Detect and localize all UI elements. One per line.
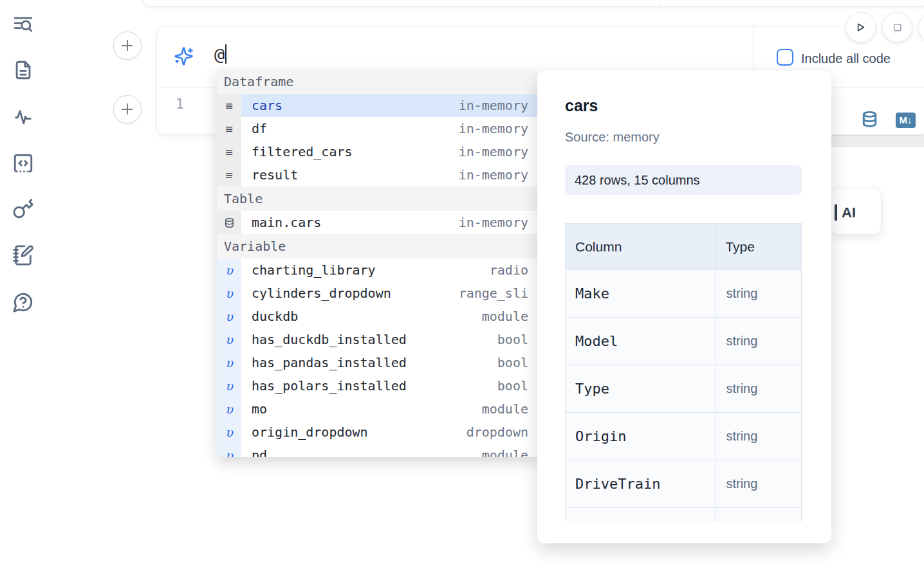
schema-column-name: DriveTrain (566, 460, 716, 508)
item-name: has_duckdb_installed (252, 332, 407, 347)
clipped-letter (835, 204, 837, 221)
autocomplete-item-has_polars_installed[interactable]: υhas_polars_installedbool (217, 374, 537, 397)
sparkles-icon (174, 46, 194, 66)
notebook-pen-icon[interactable] (12, 244, 34, 266)
preview-stats-badge: 428 rows, 15 columns (565, 165, 802, 195)
item-type: dropdown (467, 424, 528, 440)
preview-title: cars (565, 96, 598, 115)
autocomplete-item-origin_dropdown[interactable]: υorigin_dropdowndropdown (217, 421, 537, 444)
item-name: has_polars_installed (252, 378, 407, 394)
database-icon[interactable] (861, 110, 878, 129)
item-type: in-memory (459, 215, 528, 230)
schema-row: Originstring (566, 413, 802, 460)
dataframe-icon: ≡ (217, 117, 241, 140)
item-type: module (482, 309, 528, 324)
autocomplete-item-has_duckdb_installed[interactable]: υhas_duckdb_installedbool (217, 328, 537, 351)
line-number: 1 (176, 96, 184, 112)
autocomplete-list: Dataframe≡carsin-memory≡dfin-memory≡filt… (217, 69, 537, 457)
schema-column-name: Model (566, 318, 716, 365)
variable-icon: υ (217, 444, 241, 457)
code-square-icon[interactable] (12, 152, 34, 174)
previous-cell-divider (659, 0, 660, 6)
item-type: in-memory (459, 121, 528, 136)
variable-icon: υ (217, 328, 241, 351)
item-name: mo (252, 401, 267, 417)
item-type: in-memory (459, 144, 528, 159)
ai-button-label: AI (842, 204, 856, 221)
item-type: bool (497, 332, 528, 347)
include-all-code-label: Include all code (801, 51, 891, 66)
schema-row: Modelstring (566, 318, 802, 365)
dataframe-icon: ≡ (217, 94, 241, 117)
add-cell-below-button[interactable] (113, 95, 142, 123)
help-circle-icon[interactable] (12, 291, 34, 313)
schema-header-column: Column (566, 224, 716, 270)
item-type: module (482, 401, 528, 417)
list-search-icon[interactable] (12, 14, 34, 35)
stop-button[interactable] (883, 13, 912, 42)
item-name: df (252, 121, 267, 136)
ai-prompt-input[interactable]: @ (214, 44, 226, 64)
autocomplete-section-header: Table (217, 186, 537, 211)
dataframe-icon: ≡ (217, 163, 241, 186)
variable-icon: υ (217, 305, 241, 328)
schema-column-name: Type (566, 365, 716, 413)
autocomplete-item-filtered_cars[interactable]: ≡filtered_carsin-memory (217, 140, 537, 163)
autocomplete-item-charting_library[interactable]: υcharting_libraryradio (217, 258, 537, 282)
schema-column-type: string (716, 365, 802, 413)
item-type: range_sli (459, 286, 528, 301)
item-type: bool (497, 378, 528, 394)
schema-column-type: string (716, 413, 802, 460)
file-text-icon[interactable] (12, 59, 34, 81)
schema-column-type: string (716, 318, 802, 365)
item-type: bool (497, 355, 528, 370)
item-name: pd (252, 448, 267, 457)
variable-icon: υ (217, 282, 241, 305)
schema-column-type (716, 508, 802, 522)
autocomplete-item-pd[interactable]: υpdmodule (217, 444, 537, 457)
autocomplete-item-cars[interactable]: ≡carsin-memory (217, 94, 537, 117)
item-name: has_pandas_installed (252, 355, 407, 370)
item-name: cars (252, 98, 282, 113)
table-icon (217, 211, 241, 234)
schema-table: Column Type MakestringModelstringTypestr… (565, 223, 802, 521)
autocomplete-item-has_pandas_installed[interactable]: υhas_pandas_installedbool (217, 351, 537, 374)
item-type: radio (490, 262, 528, 278)
item-type: in-memory (459, 167, 528, 183)
item-name: filtered_cars (252, 144, 353, 159)
generate-with-ai-button[interactable]: AI (830, 188, 882, 235)
schema-header-type: Type (716, 224, 802, 270)
run-cell-button[interactable] (846, 13, 875, 42)
activity-icon[interactable] (12, 106, 34, 128)
schema-row: DriveTrainstring (566, 460, 802, 508)
autocomplete-item-result[interactable]: ≡resultin-memory (217, 163, 537, 186)
item-name: main.cars (252, 215, 321, 230)
schema-column-name: Make (566, 270, 716, 318)
variable-icon: υ (217, 351, 241, 374)
autocomplete-item-df[interactable]: ≡dfin-memory (217, 117, 537, 140)
autocomplete-item-main.cars[interactable]: main.carsin-memory (217, 211, 537, 234)
schema-table-body: MakestringModelstringTypestringOriginstr… (566, 270, 802, 522)
autocomplete-item-duckdb[interactable]: υduckdbmodule (217, 305, 537, 328)
marimo-notebook: @ Include all code 1 M↓ AI Dataframe≡car… (0, 0, 924, 562)
item-name: charting_library (252, 262, 376, 278)
markdown-icon[interactable]: M↓ (896, 113, 916, 128)
variable-icon: υ (217, 374, 241, 397)
include-all-code-checkbox[interactable] (777, 49, 793, 66)
schema-row: Makestring (566, 270, 802, 318)
autocomplete-dropdown: Dataframe≡carsin-memory≡dfin-memory≡filt… (217, 69, 537, 457)
item-type: in-memory (459, 98, 528, 113)
variable-icon: υ (217, 258, 241, 282)
add-cell-above-button[interactable] (113, 32, 142, 60)
autocomplete-item-cylinders_dropdown[interactable]: υcylinders_dropdownrange_sli (217, 282, 537, 305)
schema-table-wrap: Column Type MakestringModelstringTypestr… (565, 223, 802, 521)
item-name: duckdb (252, 309, 298, 324)
dataframe-icon: ≡ (217, 140, 241, 163)
autocomplete-item-mo[interactable]: υmomodule (217, 397, 537, 421)
schema-column-name (566, 508, 716, 522)
variable-icon: υ (217, 421, 241, 444)
schema-column-type: string (716, 460, 802, 508)
item-name: result (252, 167, 298, 183)
key-icon[interactable] (12, 198, 34, 220)
schema-column-type: string (716, 270, 802, 318)
